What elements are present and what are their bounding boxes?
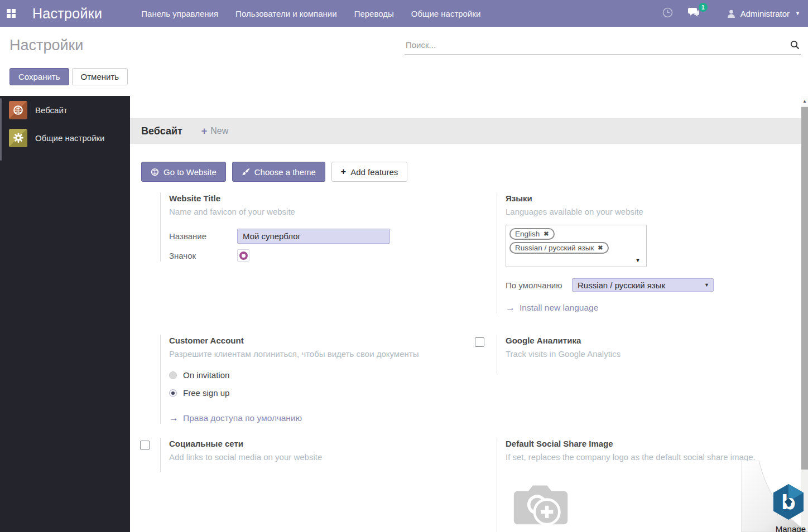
watermark: b Manage	[741, 461, 808, 532]
menu-dashboard[interactable]: Панель управления	[141, 9, 218, 18]
gear-icon	[9, 129, 27, 147]
select-caret-icon: ▼	[704, 282, 709, 288]
install-language-link[interactable]: → Install new language	[506, 302, 801, 313]
setting-left-pane	[473, 192, 497, 313]
sidebar-scrollbar[interactable]	[0, 98, 2, 161]
page-body: Вебсайт Общие настройки ▲ Вебсайт + New	[0, 96, 808, 532]
camera-plus-icon	[512, 478, 569, 530]
setting-left-pane	[473, 438, 497, 532]
language-tag: Russian / русский язык✖	[509, 242, 609, 254]
setting-box-social-media: Социальные сети Add links to social medi…	[137, 438, 472, 472]
field-label-default: По умолчанию	[506, 280, 572, 290]
page-title: Настройки	[9, 37, 83, 54]
arrow-right-icon: →	[506, 302, 515, 313]
section-header: Вебсайт + New	[130, 118, 801, 144]
top-menu: Панель управления Пользователи и компани…	[141, 9, 480, 18]
new-website-button[interactable]: + New	[201, 125, 229, 137]
scrollbar-thumb[interactable]	[801, 107, 808, 470]
plus-icon: +	[341, 167, 346, 177]
default-access-rights-link[interactable]: → Права доступа по умолчанию	[169, 413, 472, 424]
radio-icon[interactable]	[169, 371, 177, 379]
form-buttons: Сохранить Отменить	[9, 68, 128, 85]
favicon-image[interactable]	[237, 249, 249, 262]
menu-general-settings[interactable]: Общие настройки	[411, 9, 481, 18]
radio-on-invitation[interactable]: On invitation	[169, 370, 472, 380]
setting-left-pane	[137, 192, 160, 262]
apps-grid-icon[interactable]	[7, 9, 16, 18]
setting-left-pane	[137, 438, 160, 472]
save-button[interactable]: Сохранить	[9, 68, 69, 85]
setting-heading: Социальные сети	[169, 439, 472, 448]
navbar-right: 1 Administrator ▼	[662, 0, 800, 27]
setting-box-website-title: Website Title Name and favicon of your w…	[137, 192, 472, 262]
setting-subtitle: Разрешите клиентам логиниться, чтобы вид…	[169, 349, 472, 359]
section-title: Вебсайт	[141, 125, 182, 137]
setting-subtitle: Name and favicon of your website	[169, 207, 472, 216]
setting-left-pane	[137, 335, 160, 424]
radio-icon-selected[interactable]	[169, 389, 177, 397]
control-panel: Настройки Сохранить Отменить	[0, 27, 808, 96]
sidebar-item-website[interactable]: Вебсайт	[0, 96, 130, 124]
setting-box-customer-account: Customer Account Разрешите клиентам логи…	[137, 335, 472, 424]
setting-left-pane	[473, 335, 497, 374]
globe-icon	[9, 101, 27, 119]
search-input[interactable]	[405, 38, 801, 55]
app-title[interactable]: Настройки	[32, 6, 102, 22]
setting-heading: Website Title	[169, 194, 472, 203]
field-label-name: Название	[169, 231, 237, 241]
chevron-down-icon: ▼	[795, 11, 800, 16]
website-name-input[interactable]	[237, 229, 390, 244]
go-to-website-button[interactable]: Go to Website	[141, 162, 226, 182]
odoo-settings-screen: Настройки Панель управления Пользователи…	[0, 0, 808, 532]
arrow-right-icon: →	[169, 413, 179, 424]
watermark-label: Manage	[776, 524, 806, 532]
sidebar-item-label: Общие настройки	[35, 133, 105, 143]
user-name: Administrator	[740, 9, 790, 18]
messages-badge: 1	[699, 3, 708, 12]
setting-subtitle: Track visits in Google Analytics	[506, 349, 801, 359]
messages-icon[interactable]: 1	[687, 7, 700, 20]
social-media-checkbox[interactable]	[140, 441, 150, 450]
settings-sidebar: Вебсайт Общие настройки	[0, 96, 130, 532]
radio-free-sign-up[interactable]: Free sign up	[169, 388, 472, 398]
settings-content: ▲ Вебсайт + New Go to Website Choose a t…	[130, 96, 808, 532]
menu-translations[interactable]: Переводы	[354, 9, 394, 18]
remove-tag-icon[interactable]: ✖	[598, 244, 603, 252]
setting-heading: Google Аналитика	[506, 336, 801, 345]
sidebar-item-label: Вебсайт	[35, 105, 68, 115]
google-analytics-checkbox[interactable]	[475, 337, 484, 347]
user-menu[interactable]: Administrator ▼	[727, 9, 800, 18]
languages-multiselect[interactable]: English✖ Russian / русский язык✖ ▼	[506, 225, 647, 267]
setting-heading: Default Social Share Image	[506, 439, 801, 448]
setting-heading: Языки	[506, 194, 801, 203]
menu-users-companies[interactable]: Пользователи и компании	[235, 9, 337, 18]
website-action-buttons: Go to Website Choose a theme + Add featu…	[141, 162, 407, 182]
setting-box-languages: Языки Languages available on your websit…	[473, 192, 801, 313]
scroll-up-button[interactable]: ▲	[801, 96, 808, 106]
setting-heading: Customer Account	[169, 336, 472, 345]
user-avatar-icon	[727, 9, 736, 18]
setting-subtitle: Add links to social media on your websit…	[169, 452, 472, 462]
cancel-button[interactable]: Отменить	[72, 68, 128, 85]
field-label-favicon: Значок	[169, 251, 237, 260]
sidebar-item-general-settings[interactable]: Общие настройки	[0, 124, 130, 152]
activities-clock-icon[interactable]	[662, 7, 673, 20]
remove-tag-icon[interactable]: ✖	[544, 230, 549, 238]
search-icon[interactable]	[790, 40, 800, 52]
choose-theme-button[interactable]: Choose a theme	[232, 162, 325, 182]
plus-icon: +	[201, 125, 208, 137]
paintbrush-icon	[242, 168, 250, 176]
add-features-button[interactable]: + Add features	[331, 162, 407, 182]
top-navbar: Настройки Панель управления Пользователи…	[0, 0, 808, 27]
hexagon-logo-icon: b	[771, 483, 806, 523]
globe-icon	[151, 168, 159, 176]
search-box	[405, 38, 801, 55]
language-tag: English✖	[509, 228, 555, 240]
setting-subtitle: Languages available on your website	[506, 207, 801, 216]
default-language-select[interactable]: Russian / русский язык ▼	[572, 278, 714, 292]
upload-image-placeholder[interactable]	[512, 478, 569, 532]
setting-box-google-analytics: Google Аналитика Track visits in Google …	[473, 335, 801, 374]
dropdown-caret-icon[interactable]: ▼	[635, 257, 641, 263]
